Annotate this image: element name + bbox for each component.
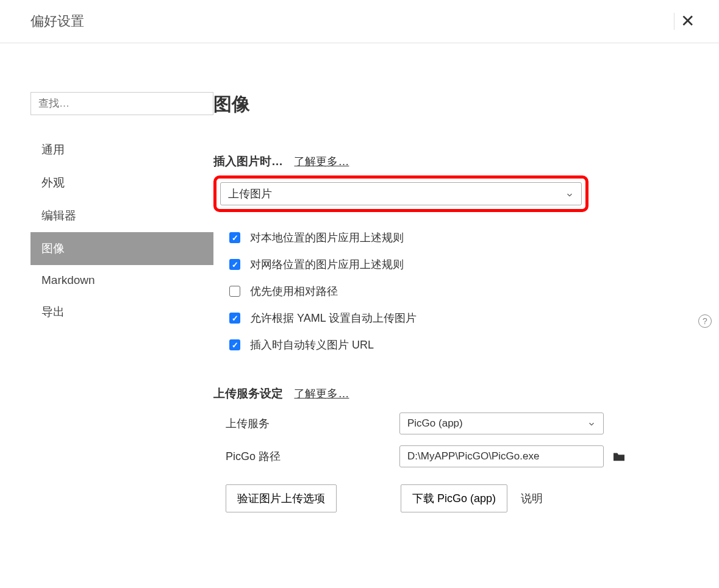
upload-section: 上传服务设定 了解更多… 上传服务 PicGo (app) PicGo 路径 D… — [213, 386, 682, 512]
folder-icon[interactable] — [612, 451, 626, 462]
insert-section: 插入图片时… 了解更多… 上传图片 对本地位置的图片应用上述规则 对网络位置的图… — [213, 154, 682, 358]
checkbox-row-network[interactable]: 对网络位置的图片应用上述规则 — [213, 251, 682, 278]
checkbox-yaml[interactable] — [229, 313, 240, 324]
picgo-path-input[interactable]: D:\MyAPP\PicGO\PicGo.exe — [399, 445, 604, 467]
upload-service-value: PicGo (app) — [407, 417, 463, 430]
checkbox-row-escape-url[interactable]: 插入时自动转义图片 URL — [213, 331, 682, 358]
sidebar-item-markdown[interactable]: Markdown — [30, 265, 213, 296]
upload-section-label: 上传服务设定 — [213, 386, 283, 402]
insert-section-label: 插入图片时… — [213, 154, 283, 169]
upload-service-select[interactable]: PicGo (app) — [399, 413, 604, 434]
highlight-annotation: 上传图片 — [213, 175, 588, 212]
download-picgo-button[interactable]: 下载 PicGo (app) — [401, 484, 507, 512]
search-input[interactable] — [30, 92, 213, 115]
sidebar-item-image[interactable]: 图像 — [30, 232, 213, 265]
sidebar-item-editor[interactable]: 编辑器 — [30, 199, 213, 232]
sidebar-item-appearance[interactable]: 外观 — [30, 166, 213, 199]
checkbox-yaml-label: 允许根据 YAML 设置自动上传图片 — [250, 311, 417, 325]
sidebar-item-general[interactable]: 通用 — [30, 133, 213, 166]
close-button[interactable]: ✕ — [674, 13, 701, 30]
button-row: 验证图片上传选项 下载 PicGo (app) 说明 — [213, 484, 682, 512]
checkbox-network-label: 对网络位置的图片应用上述规则 — [250, 257, 404, 272]
checkbox-relative-label: 优先使用相对路径 — [250, 284, 338, 299]
header: 偏好设置 ✕ — [0, 0, 719, 43]
chevron-down-icon — [587, 419, 596, 428]
upload-learn-more-link[interactable]: 了解更多… — [294, 388, 349, 400]
picgo-path-label: PicGo 路径 — [213, 449, 399, 464]
checkbox-escape-url-label: 插入时自动转义图片 URL — [250, 338, 374, 352]
main-panel: 图像 插入图片时… 了解更多… 上传图片 对本地位置的图片应用上述规则 对网络位… — [213, 92, 719, 512]
page-title: 图像 — [213, 92, 682, 117]
checkbox-row-local[interactable]: 对本地位置的图片应用上述规则 — [213, 224, 682, 251]
upload-service-label: 上传服务 — [213, 416, 399, 431]
verify-upload-button[interactable]: 验证图片上传选项 — [226, 484, 337, 512]
picgo-path-value: D:\MyAPP\PicGO\PicGo.exe — [407, 450, 539, 462]
info-link[interactable]: 说明 — [521, 491, 543, 506]
chevron-down-icon — [565, 190, 574, 198]
window-title: 偏好设置 — [30, 12, 84, 30]
sidebar: 通用 外观 编辑器 图像 Markdown 导出 — [0, 92, 213, 512]
checkbox-relative[interactable] — [229, 286, 240, 297]
checkbox-local-label: 对本地位置的图片应用上述规则 — [250, 230, 404, 245]
insert-action-select[interactable]: 上传图片 — [220, 182, 582, 205]
insert-learn-more-link[interactable]: 了解更多… — [294, 155, 349, 168]
help-icon[interactable]: ? — [698, 314, 712, 328]
checkbox-row-yaml[interactable]: 允许根据 YAML 设置自动上传图片 — [213, 305, 682, 331]
checkbox-local[interactable] — [229, 232, 240, 243]
checkbox-escape-url[interactable] — [229, 339, 240, 350]
sidebar-item-export[interactable]: 导出 — [30, 296, 213, 328]
picgo-path-row: PicGo 路径 D:\MyAPP\PicGO\PicGo.exe — [213, 445, 682, 467]
content: 通用 外观 编辑器 图像 Markdown 导出 图像 插入图片时… 了解更多…… — [0, 43, 719, 512]
insert-action-value: 上传图片 — [228, 186, 272, 201]
upload-service-row: 上传服务 PicGo (app) — [213, 413, 682, 434]
checkbox-row-relative[interactable]: 优先使用相对路径 — [213, 278, 682, 305]
checkbox-network[interactable] — [229, 259, 240, 270]
